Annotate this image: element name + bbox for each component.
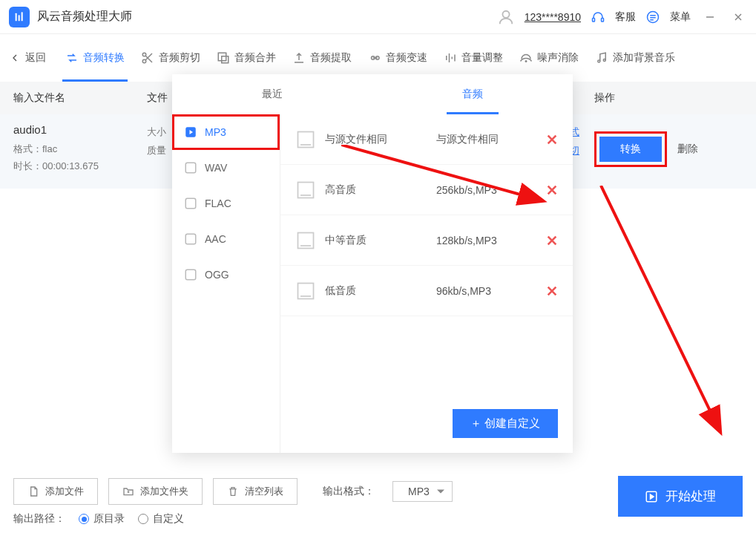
quality-pane: 与源文件相同 与源文件相同 高音质 256kb/s,MP3 中等音质 128kb…	[280, 114, 573, 453]
output-format-select[interactable]: MP3	[392, 481, 453, 502]
radio-original-dir[interactable]: 原目录	[79, 512, 125, 526]
back-label: 返回	[25, 51, 46, 65]
user-id[interactable]: 123****8910	[525, 11, 581, 23]
start-process-button[interactable]: 开始处理	[618, 476, 743, 517]
svg-point-13	[525, 61, 527, 62]
svg-rect-17	[185, 163, 196, 173]
minimize-button[interactable]	[701, 8, 719, 26]
col-name: 输入文件名	[13, 91, 147, 105]
output-path-label: 输出路径：	[13, 512, 65, 526]
annotation-arrow	[586, 186, 734, 445]
tab-bgmusic[interactable]: 添加背景音乐	[592, 34, 678, 82]
tab-audio-convert[interactable]: 音频转换	[62, 34, 128, 82]
file-add-icon	[27, 486, 39, 497]
format-panel: 最近 音频 MP3 WAV FLAC AAC OGG	[172, 74, 573, 453]
audio-icon	[184, 125, 197, 139]
panel-tab-recent[interactable]: 最近	[172, 74, 372, 114]
close-button[interactable]	[729, 8, 747, 26]
panel-tab-audio[interactable]: 音频	[372, 74, 573, 114]
delete-icon[interactable]	[546, 134, 558, 146]
format-wav[interactable]: WAV	[172, 150, 280, 186]
service-label[interactable]: 客服	[615, 10, 636, 24]
quality-row[interactable]: 与源文件相同 与源文件相同	[280, 114, 573, 165]
folder-add-icon	[122, 486, 134, 497]
quality-row[interactable]: 高音质 256kb/s,MP3	[280, 165, 573, 215]
svg-rect-4	[593, 18, 595, 22]
menu-icon	[646, 10, 660, 24]
radio-custom-dir[interactable]: 自定义	[138, 512, 184, 526]
delete-icon[interactable]	[546, 285, 558, 297]
music-icon	[595, 51, 608, 65]
extract-icon	[292, 51, 306, 65]
format-ogg[interactable]: OGG	[172, 257, 280, 292]
trash-icon	[227, 486, 239, 497]
app-title: 风云音频处理大师	[37, 9, 132, 24]
audio-icon	[184, 268, 197, 281]
speed-icon	[368, 51, 381, 65]
svg-point-14	[598, 60, 600, 62]
quality-row[interactable]: 低音质 96kb/s,MP3	[280, 266, 573, 316]
svg-rect-1	[19, 15, 20, 21]
svg-rect-5	[602, 18, 604, 22]
add-file-button[interactable]: 添加文件	[13, 478, 98, 505]
clear-list-button[interactable]: 清空列表	[213, 478, 298, 505]
title-bar: 风云音频处理大师 123****8910 客服 菜单	[0, 0, 756, 34]
svg-rect-19	[185, 234, 196, 244]
svg-line-27	[601, 186, 720, 431]
svg-point-15	[603, 59, 605, 62]
format-aac[interactable]: AAC	[172, 221, 280, 257]
delete-icon[interactable]	[546, 235, 558, 246]
format-mp3[interactable]: MP3	[172, 114, 280, 150]
svg-rect-0	[16, 13, 17, 21]
app-logo	[9, 7, 30, 27]
format-flac[interactable]: FLAC	[172, 186, 280, 221]
file-format: 格式：flac	[13, 140, 147, 157]
headset-icon	[591, 10, 605, 24]
file-icon	[295, 281, 316, 301]
audio-icon	[184, 197, 197, 210]
delete-icon[interactable]	[546, 184, 558, 196]
back-button[interactable]: 返回	[9, 51, 46, 65]
convert-highlight: 转换	[594, 131, 667, 167]
convert-icon	[65, 51, 79, 65]
audio-icon	[184, 232, 197, 246]
file-icon	[295, 129, 316, 150]
file-duration: 时长：00:00:13.675	[13, 157, 147, 174]
svg-rect-10	[222, 56, 229, 63]
add-folder-button[interactable]: 添加文件夹	[108, 478, 203, 505]
file-name: audio1	[13, 123, 147, 136]
quality-row[interactable]: 中等音质 128kb/s,MP3	[280, 215, 573, 266]
file-icon	[295, 230, 316, 251]
file-icon	[295, 180, 316, 200]
merge-icon	[217, 51, 230, 65]
bottom-bar: 添加文件 添加文件夹 清空列表 输出格式： MP3 输出路径： 原目录 自定义 …	[0, 468, 756, 536]
delete-button[interactable]: 删除	[677, 143, 698, 156]
convert-button[interactable]: 转换	[599, 137, 662, 162]
format-sidebar: MP3 WAV FLAC AAC OGG	[172, 114, 280, 453]
svg-rect-2	[22, 12, 23, 21]
svg-point-3	[502, 10, 509, 17]
scissors-icon	[141, 51, 154, 65]
noise-icon	[519, 51, 533, 65]
svg-rect-20	[185, 269, 196, 280]
audio-icon	[184, 161, 197, 174]
user-icon	[498, 9, 514, 25]
create-custom-button[interactable]: ＋ 创建自定义	[453, 409, 558, 438]
play-icon	[645, 490, 658, 503]
col-op: 操作	[594, 91, 743, 105]
volume-icon	[444, 51, 457, 65]
output-format-label: 输出格式：	[323, 485, 375, 498]
svg-rect-18	[185, 198, 196, 209]
menu-label[interactable]: 菜单	[670, 10, 691, 24]
